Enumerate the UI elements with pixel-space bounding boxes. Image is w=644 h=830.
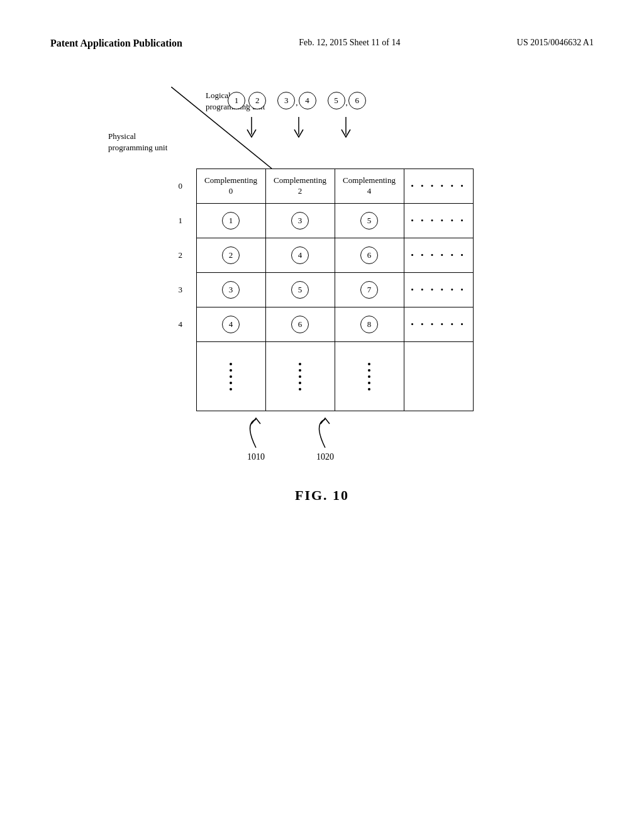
publication-title: Patent Application Publication <box>50 38 182 49</box>
cell-1-0: 1 <box>196 204 265 238</box>
top-circle-1: 1 <box>228 92 245 109</box>
cell-0-0: Complementing0 <box>196 169 265 204</box>
comma-2: , <box>296 97 297 109</box>
down-arrow-2 <box>289 117 308 142</box>
cell-1-dots: • • • • • • <box>404 204 473 238</box>
page-header: Patent Application Publication Feb. 12, … <box>50 38 594 49</box>
cell-3-1: 5 <box>265 273 335 307</box>
row-label-2: 2 <box>171 238 196 273</box>
arrow-group-1010: 1010 <box>221 416 291 462</box>
page: Patent Application Publication Feb. 12, … <box>0 0 644 830</box>
cell-4-dots: • • • • • • <box>404 307 473 342</box>
cell-0-1: Complementing2 <box>265 169 335 204</box>
cell-2-2: 6 <box>335 238 404 273</box>
physical-label: Physical programming unit <box>108 131 167 153</box>
publication-date-sheet: Feb. 12, 2015 Sheet 11 of 14 <box>299 38 400 48</box>
fig-caption: FIG. 10 <box>295 487 349 504</box>
cell-dots-2 <box>335 342 404 411</box>
table-row-dots <box>171 342 473 411</box>
cell-dots-0 <box>196 342 265 411</box>
bottom-arrows: 1010 1020 <box>196 416 536 462</box>
cell-3-dots: • • • • • • <box>404 273 473 307</box>
table-row-3: 3 3 5 7 • • • • • • <box>171 273 473 307</box>
label-1020: 1020 <box>316 452 334 462</box>
main-table: 0 Complementing0 Complementing2 Compleme… <box>171 169 474 411</box>
row-label-0: 0 <box>171 169 196 204</box>
cell-dots-1 <box>265 342 335 411</box>
table-row-0: 0 Complementing0 Complementing2 Compleme… <box>171 169 473 204</box>
diagram-wrapper: Logical programming unit Physical progra… <box>108 87 536 462</box>
comma-1: , <box>246 97 248 109</box>
top-circle-5: 5 <box>328 92 345 109</box>
top-circle-4: 4 <box>299 92 316 109</box>
cell-4-2: 8 <box>335 307 404 342</box>
cell-3-0: 3 <box>196 273 265 307</box>
row-label-3: 3 <box>171 273 196 307</box>
vertical-dots-2 <box>335 363 404 390</box>
cell-1-1: 3 <box>265 204 335 238</box>
row-label-4: 4 <box>171 307 196 342</box>
cell-2-dots: • • • • • • <box>404 238 473 273</box>
top-circles-row: 1 , 2 3 , 4 5 , 6 <box>228 92 366 109</box>
comma-3: , <box>346 97 348 109</box>
cell-0-dots: • • • • • • <box>404 169 473 204</box>
down-arrow-1 <box>242 117 261 142</box>
top-circle-2: 2 <box>248 92 266 109</box>
cell-3-2: 7 <box>335 273 404 307</box>
row-label-1: 1 <box>171 204 196 238</box>
publication-number: US 2015/0046632 A1 <box>517 38 594 48</box>
arrow-group-1020: 1020 <box>291 416 360 462</box>
diagram-container: Logical programming unit Physical progra… <box>50 87 594 504</box>
vertical-dots-0 <box>197 363 265 390</box>
up-arrow-1020 <box>309 416 341 451</box>
cell-1-2: 5 <box>335 204 404 238</box>
down-arrows-row <box>228 117 369 142</box>
vertical-dots-1 <box>266 363 335 390</box>
up-arrow-1010 <box>240 416 272 451</box>
label-1010: 1010 <box>247 452 265 462</box>
cell-4-0: 4 <box>196 307 265 342</box>
down-arrow-3 <box>336 117 355 142</box>
cell-4-1: 6 <box>265 307 335 342</box>
top-circle-3: 3 <box>277 92 295 109</box>
table-row-1: 1 1 3 5 • • • • • • <box>171 204 473 238</box>
cell-2-0: 2 <box>196 238 265 273</box>
table-row-2: 2 2 4 6 • • • • • • <box>171 238 473 273</box>
table-row-4: 4 4 6 8 • • • • • • <box>171 307 473 342</box>
top-circle-6: 6 <box>348 92 366 109</box>
cell-dots-3 <box>404 342 473 411</box>
cell-0-2: Complementing4 <box>335 169 404 204</box>
cell-2-1: 4 <box>265 238 335 273</box>
row-label-dots <box>171 342 196 411</box>
